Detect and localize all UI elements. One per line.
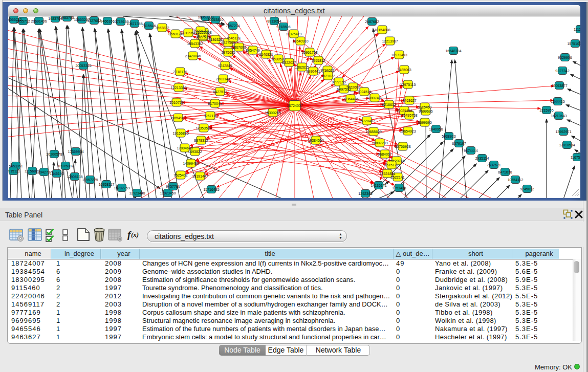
svg-text:15751074: 15751074	[567, 42, 580, 46]
svg-text:2603144: 2603144	[216, 77, 230, 81]
svg-text:1588520: 1588520	[271, 57, 285, 61]
svg-text:17010534: 17010534	[559, 143, 575, 147]
svg-text:(x): (x)	[131, 231, 139, 238]
svg-text:9794023: 9794023	[320, 69, 334, 72]
svg-text:5459061: 5459061	[9, 164, 23, 168]
svg-text:1327602: 1327602	[87, 19, 101, 23]
svg-text:20756928: 20756928	[395, 145, 410, 148]
svg-text:8322037: 8322037	[282, 61, 296, 64]
svg-text:10154808: 10154808	[374, 28, 390, 32]
svg-text:1621022: 1621022	[321, 74, 335, 78]
svg-text:12975115: 12975115	[400, 83, 416, 86]
svg-text:9777169: 9777169	[332, 80, 345, 84]
svg-text:1167535: 1167535	[571, 156, 580, 159]
svg-text:14099489: 14099489	[183, 162, 199, 165]
svg-text:9457791: 9457791	[166, 185, 180, 188]
svg-text:8813054: 8813054	[267, 19, 281, 23]
svg-text:17359934: 17359934	[68, 150, 83, 154]
svg-text:1292346: 1292346	[358, 192, 372, 195]
svg-text:19191447: 19191447	[192, 174, 208, 178]
svg-text:9227342: 9227342	[555, 69, 569, 73]
svg-text:9474444: 9474444	[464, 149, 477, 152]
svg-text:15720407: 15720407	[359, 119, 375, 123]
svg-text:17004678: 17004678	[177, 146, 192, 150]
svg-text:19166825: 19166825	[172, 132, 188, 135]
svg-text:1983705: 1983705	[60, 16, 74, 19]
svg-text:10671355: 10671355	[126, 22, 142, 26]
svg-text:13692971: 13692971	[555, 130, 571, 134]
svg-text:16053810: 16053810	[207, 18, 223, 21]
svg-text:9327505: 9327505	[221, 41, 235, 45]
svg-text:9146821: 9146821	[259, 53, 273, 56]
svg-text:1615172: 1615172	[384, 163, 398, 167]
svg-text:16543382: 16543382	[187, 42, 203, 46]
svg-text:3024514: 3024514	[357, 90, 371, 94]
svg-text:10958117: 10958117	[99, 183, 115, 186]
svg-text:1362615: 1362615	[295, 65, 309, 69]
svg-text:7632621: 7632621	[487, 163, 500, 167]
svg-text:10975887: 10975887	[57, 164, 73, 168]
svg-text:1112345: 1112345	[574, 28, 580, 31]
svg-text:23420046: 23420046	[185, 54, 201, 58]
svg-text:16210643: 16210643	[551, 114, 567, 118]
svg-text:18807289: 18807289	[372, 141, 387, 145]
svg-text:7485063: 7485063	[397, 68, 411, 72]
svg-text:15716485: 15716485	[203, 188, 219, 191]
svg-text:2867608: 2867608	[232, 46, 246, 49]
svg-text:7955812: 7955812	[311, 59, 325, 62]
svg-text:8170041: 8170041	[208, 102, 222, 105]
svg-text:19654982: 19654982	[170, 116, 186, 120]
svg-text:12213967: 12213967	[382, 39, 398, 43]
svg-text:10807487: 10807487	[366, 96, 382, 100]
svg-text:3267110: 3267110	[204, 114, 217, 118]
svg-text:7663822: 7663822	[155, 26, 169, 30]
svg-text:9245012: 9245012	[520, 187, 534, 191]
svg-text:3915123: 3915123	[8, 169, 20, 173]
svg-text:12353594: 12353594	[195, 126, 211, 130]
svg-text:3215955: 3215955	[539, 108, 553, 112]
svg-text:2522141: 2522141	[390, 176, 404, 179]
svg-text:10973493: 10973493	[391, 53, 407, 57]
svg-text:7515546: 7515546	[142, 24, 156, 28]
svg-text:9242845: 9242845	[218, 64, 232, 68]
svg-text:9463627: 9463627	[402, 99, 416, 102]
svg-text:1753426: 1753426	[392, 186, 406, 190]
svg-text:12905135: 12905135	[67, 175, 82, 179]
svg-text:16120746: 16120746	[388, 159, 404, 163]
svg-text:9115460: 9115460	[418, 105, 432, 109]
svg-text:8660124: 8660124	[168, 32, 182, 36]
svg-text:6216612: 6216612	[382, 103, 396, 106]
svg-text:13524851: 13524851	[379, 172, 395, 176]
svg-text:8878312: 8878312	[194, 139, 208, 142]
svg-text:2935114: 2935114	[475, 157, 489, 160]
svg-text:12213363: 12213363	[170, 86, 186, 90]
svg-text:2718170: 2718170	[173, 70, 187, 74]
svg-text:20200578: 20200578	[46, 152, 62, 156]
svg-text:8454749: 8454749	[246, 49, 259, 52]
svg-text:16648784: 16648784	[445, 49, 461, 53]
svg-text:1345193: 1345193	[50, 172, 63, 176]
svg-text:12923450: 12923450	[160, 191, 176, 195]
svg-text:7625402: 7625402	[173, 173, 187, 177]
svg-text:10025458: 10025458	[396, 109, 412, 113]
svg-text:2687682: 2687682	[365, 20, 379, 24]
svg-text:8427512: 8427512	[213, 90, 227, 94]
svg-text:9218506: 9218506	[276, 25, 290, 29]
svg-text:10654112: 10654112	[508, 178, 524, 182]
svg-text:19384554: 19384554	[308, 139, 323, 142]
svg-text:19654923: 19654923	[400, 129, 416, 133]
svg-text:9699695: 9699695	[418, 121, 431, 124]
svg-text:1322123: 1322123	[193, 29, 207, 33]
svg-text:15495758: 15495758	[401, 114, 417, 117]
svg-text:5938923: 5938923	[442, 135, 455, 138]
svg-text:6379197: 6379197	[452, 142, 466, 145]
svg-text:14136141: 14136141	[371, 184, 386, 187]
svg-text:18640910: 18640910	[292, 39, 308, 43]
svg-text:20691406: 20691406	[31, 19, 47, 23]
svg-text:8186323: 8186323	[208, 38, 222, 41]
svg-text:1244415: 1244415	[551, 100, 564, 103]
svg-text:12093877: 12093877	[551, 84, 567, 87]
svg-text:10688609: 10688609	[365, 130, 381, 134]
svg-text:20053346: 20053346	[75, 64, 91, 68]
svg-text:1010755: 1010755	[169, 101, 183, 104]
